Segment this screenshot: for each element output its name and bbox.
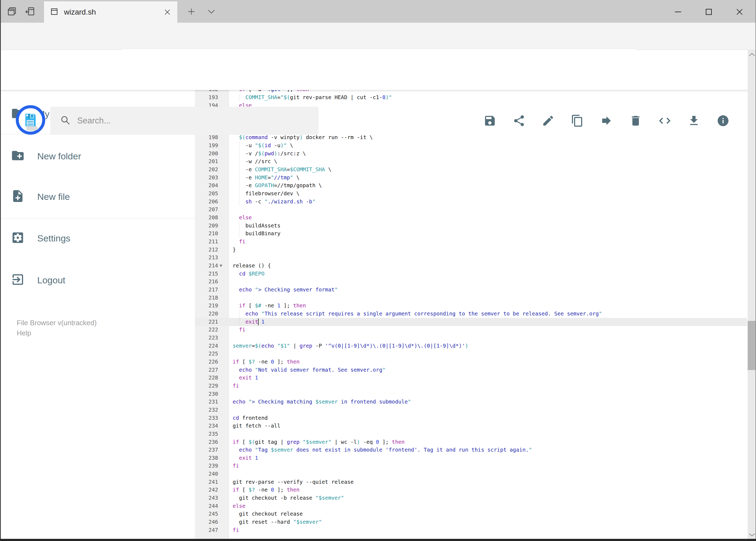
line-number: 222 xyxy=(195,326,218,334)
code-line: exit 1 xyxy=(233,318,265,326)
tab-list-chevron-icon[interactable] xyxy=(207,9,216,15)
active-line-highlight xyxy=(195,318,747,326)
code-line: echo "This release script requires a sin… xyxy=(233,310,602,318)
browser-toolbar: filebrowser.web/files/wizard.sh xyxy=(0,23,756,50)
indent-guide xyxy=(239,166,239,174)
code-editor[interactable]: 1921931941951961971981992002012022032042… xyxy=(0,90,756,541)
info-button[interactable] xyxy=(717,114,730,127)
code-line: if [ $? -ne 0 ]; then xyxy=(233,358,300,366)
line-number: 199 xyxy=(195,142,218,150)
code-line: cd $REPO xyxy=(233,270,265,278)
share-button[interactable] xyxy=(513,114,526,127)
line-number: 238 xyxy=(195,454,218,462)
indent-guide xyxy=(239,230,239,238)
indent-guide xyxy=(239,310,239,317)
line-number: 211 xyxy=(195,238,218,246)
line-number: 217 xyxy=(195,286,218,294)
code-line: if [ $? -ne 0 ]; then xyxy=(233,486,300,494)
download-button[interactable] xyxy=(687,114,700,127)
save-button[interactable] xyxy=(483,114,496,127)
new-tab-button[interactable] xyxy=(187,7,196,16)
indent-guide xyxy=(239,222,239,230)
code-line: else xyxy=(233,214,252,222)
line-number: 236 xyxy=(195,438,218,446)
line-number: 213 xyxy=(195,254,218,262)
code-line: COMMIT_SHA="$(git rev-parse HEAD | cut -… xyxy=(233,94,392,102)
close-window-button[interactable] xyxy=(734,6,745,17)
code-line: if [ -d ".git" ]; then xyxy=(233,90,309,94)
line-number: 226 xyxy=(195,358,218,366)
tab-close-icon[interactable] xyxy=(164,9,171,16)
page-icon xyxy=(50,7,59,17)
code-line: -e HOME="//tmp" \ xyxy=(233,174,300,182)
page-scrollbar[interactable] xyxy=(748,50,756,541)
code-line: -e COMMIT_SHA=$COMMIT_SHA \ xyxy=(233,166,332,174)
scroll-down-icon[interactable] xyxy=(748,532,755,537)
copy-button[interactable] xyxy=(571,114,584,127)
line-number: 206 xyxy=(195,198,218,206)
line-number: 212 xyxy=(195,246,218,254)
indent-guide xyxy=(239,94,239,101)
code-line: echo "Not valid semver format. See semve… xyxy=(233,366,385,374)
indent-guide xyxy=(239,198,239,206)
tab-bar: wizard.sh xyxy=(0,0,756,23)
line-number: 243 xyxy=(195,494,218,502)
tab-preview-icon[interactable] xyxy=(6,6,17,17)
code-view-button[interactable] xyxy=(658,114,671,127)
filebrowser-logo[interactable] xyxy=(16,105,45,136)
code-line: buildBinary xyxy=(233,230,280,238)
code-line: fi xyxy=(233,326,245,334)
fold-marker-icon[interactable]: ▾ xyxy=(220,263,222,269)
minimize-button[interactable] xyxy=(672,6,683,17)
filebrowser-header xyxy=(0,50,756,90)
indent-guide xyxy=(239,190,239,198)
scroll-up-icon[interactable] xyxy=(748,52,755,57)
line-number: 210 xyxy=(195,230,218,238)
code-line: if [ $# -ne 1 ]; then xyxy=(233,302,306,310)
line-number: 216 xyxy=(195,277,218,286)
code-line: if [ $(git tag | grep "$semver" | wc -l)… xyxy=(233,438,404,446)
code-line: sh -c "./wizard.sh -b" xyxy=(233,198,316,206)
code-line: } xyxy=(233,246,236,254)
code-line: cd frontend xyxy=(233,414,268,422)
line-number: 233 xyxy=(195,414,218,422)
code-line: -w //src \ xyxy=(233,158,277,166)
search-input[interactable] xyxy=(77,116,293,126)
line-number: 207 xyxy=(195,206,218,214)
indent-guide xyxy=(239,158,239,165)
code-line: echo "Tag $semver does not exist in subm… xyxy=(233,446,532,454)
rename-button[interactable] xyxy=(542,114,555,127)
line-number: 200 xyxy=(195,150,218,158)
delete-button[interactable] xyxy=(629,114,642,127)
line-number: 227 xyxy=(195,366,218,374)
set-tabs-aside-icon[interactable] xyxy=(25,6,36,17)
line-number: 193 xyxy=(195,94,218,102)
indent-guide xyxy=(239,174,239,182)
indent-guide xyxy=(239,182,239,189)
line-number: 209 xyxy=(195,222,218,230)
browser-tab[interactable]: wizard.sh xyxy=(44,1,177,23)
search-bar[interactable] xyxy=(50,107,319,135)
line-number: 204 xyxy=(195,182,218,190)
line-number: 203 xyxy=(195,174,218,182)
line-number: 232 xyxy=(195,406,218,414)
line-number: 218 xyxy=(195,294,218,302)
line-number: 223 xyxy=(195,334,218,342)
window-border-bottom xyxy=(0,539,756,541)
code-line: semver=$(echo "$1" | grep -P '^v(0|[1-9]… xyxy=(233,342,468,350)
search-icon xyxy=(60,115,71,127)
text-cursor xyxy=(258,318,259,325)
code-line: git reset --hard "$semver" xyxy=(233,518,322,526)
code-line: echo "> Checking matching $semver in fro… xyxy=(233,398,411,406)
code-line: git checkout -b release "$semver" xyxy=(233,494,344,502)
line-number: 215 xyxy=(195,270,218,278)
move-button[interactable] xyxy=(600,114,613,127)
scrollbar-thumb[interactable] xyxy=(748,321,756,370)
line-number: 234 xyxy=(195,422,218,430)
code-line: fi xyxy=(233,382,239,390)
code-line: release () { xyxy=(233,262,271,270)
line-number: 214 xyxy=(195,262,218,270)
maximize-button[interactable] xyxy=(703,6,714,17)
line-number: 230 xyxy=(195,390,218,398)
line-number: 228 xyxy=(195,374,218,382)
